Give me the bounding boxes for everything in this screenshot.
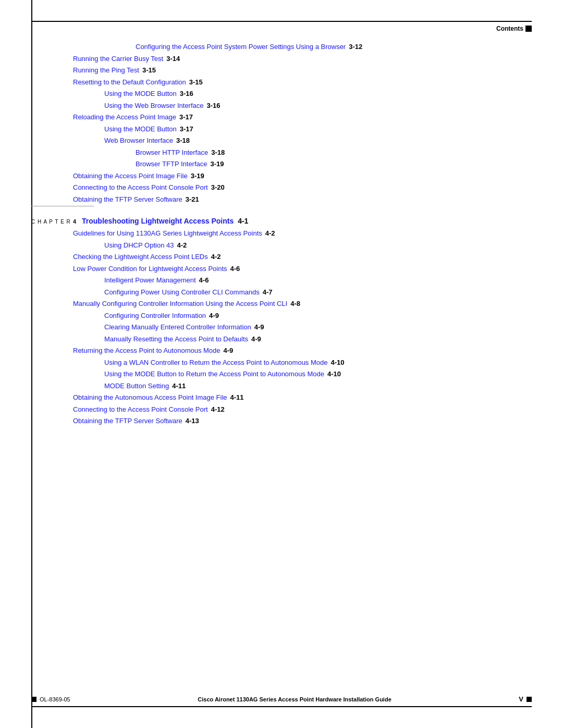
toc-link[interactable]: Resetting to the Default Configuration [73, 77, 186, 88]
toc-top-entries: Configuring the Access Point System Powe… [31, 42, 532, 204]
toc-page: 4-11 [172, 381, 186, 391]
footer-left: OL-8369-05 [31, 696, 70, 702]
toc-page: 4-10 [327, 369, 341, 379]
toc-link[interactable]: Guidelines for Using 1130AG Series Light… [73, 228, 262, 239]
toc-page: 3-17 [179, 112, 193, 122]
chapter-title-link[interactable]: Troubleshooting Lightweight Access Point… [82, 217, 234, 225]
toc-entry: Intelligent Power Management4-6 [104, 275, 532, 286]
toc-link[interactable]: Using the Web Browser Interface [104, 101, 204, 111]
toc-entry: Using the MODE Button3-17 [104, 124, 532, 134]
toc-page: 3-12 [349, 42, 362, 52]
toc-link[interactable]: Configuring Power Using Controller CLI C… [104, 287, 260, 298]
toc-page: 3-14 [166, 54, 180, 64]
toc-entry: Obtaining the TFTP Server Software3-21 [73, 194, 532, 205]
footer-right: V [519, 695, 532, 703]
toc-entry: Connecting to the Access Point Console P… [73, 404, 532, 415]
toc-page: 3-19 [211, 159, 224, 169]
toc-page: 3-15 [189, 77, 203, 88]
content-area: Configuring the Access Point System Powe… [31, 42, 532, 686]
toc-entry: Configuring Controller Information4-9 [104, 311, 532, 321]
toc-link[interactable]: Running the Ping Test [73, 65, 139, 76]
toc-link[interactable]: Obtaining the TFTP Server Software [73, 194, 182, 205]
toc-link[interactable]: Browser TFTP Interface [136, 159, 207, 169]
toc-link[interactable]: Obtaining the Access Point Image File [73, 171, 188, 181]
footer-bar: OL-8369-05 Cisco Aironet 1130AG Series A… [31, 695, 532, 707]
toc-entry: Using the MODE Button to Return the Acce… [104, 369, 532, 379]
toc-link[interactable]: Running the Carrier Busy Test [73, 54, 163, 64]
toc-page: 4-2 [265, 228, 275, 239]
toc-page: 3-19 [191, 171, 204, 181]
toc-link[interactable]: Web Browser Interface [104, 135, 173, 146]
toc-link[interactable]: Manually Configuring Controller Informat… [73, 299, 287, 309]
toc-link[interactable]: Using a WLAN Controller to Return the Ac… [104, 357, 328, 368]
toc-page: 3-16 [207, 101, 221, 111]
toc-link[interactable]: Using the MODE Button to Return the Acce… [104, 369, 324, 379]
toc-link[interactable]: MODE Button Setting [104, 381, 169, 391]
toc-link[interactable]: Using the MODE Button [104, 124, 177, 134]
toc-page: 4-11 [230, 392, 244, 403]
toc-link[interactable]: Connecting to the Access Point Console P… [73, 182, 208, 193]
toc-link[interactable]: Configuring the Access Point System Powe… [136, 42, 346, 52]
toc-entry: Connecting to the Access Point Console P… [73, 182, 532, 193]
header-black-square [525, 26, 532, 32]
toc-entry: Resetting to the Default Configuration3-… [73, 77, 532, 88]
chapter-title-wrap: Troubleshooting Lightweight Access Point… [82, 217, 248, 225]
toc-page: 4-6 [199, 275, 209, 286]
toc-link[interactable]: Clearing Manually Entered Controller Inf… [104, 322, 251, 332]
toc-page: 3-20 [211, 182, 225, 193]
toc-entry: Web Browser Interface3-18 [104, 135, 532, 146]
toc-entry: Configuring the Access Point System Powe… [136, 42, 532, 52]
toc-link[interactable]: Checking the Lightweight Access Point LE… [73, 252, 208, 262]
chapter4-heading: c h a p t e r 4Troubleshooting Lightweig… [31, 217, 532, 225]
chapter4-section: c h a p t e r 4Troubleshooting Lightweig… [31, 206, 532, 426]
header-contents-label: Contents [496, 25, 523, 32]
toc-entry: Low Power Condition for Lightweight Acce… [73, 264, 532, 274]
toc-link[interactable]: Obtaining the Autonomous Access Point Im… [73, 392, 227, 403]
toc-link[interactable]: Browser HTTP Interface [136, 147, 208, 158]
toc-entry: Manually Configuring Controller Informat… [73, 299, 532, 309]
toc-page: 4-7 [263, 287, 273, 298]
toc-entry: Returning the Access Point to Autonomous… [73, 346, 532, 356]
toc-link[interactable]: Manually Resetting the Access Point to D… [104, 334, 248, 344]
toc-page: 4-9 [209, 311, 219, 321]
toc-entry: Reloading the Access Point Image3-17 [73, 112, 532, 122]
footer-left-square [31, 697, 36, 702]
toc-page: 3-16 [180, 89, 193, 99]
toc-page: 3-15 [142, 65, 156, 76]
toc-page: 4-2 [177, 240, 187, 251]
footer-right-square [527, 697, 532, 702]
toc-page: 4-10 [331, 357, 345, 368]
toc-link[interactable]: Obtaining the TFTP Server Software [73, 416, 182, 426]
toc-entry: Running the Ping Test3-15 [73, 65, 532, 76]
toc-entry: Running the Carrier Busy Test3-14 [73, 54, 532, 64]
toc-entry: Obtaining the Autonomous Access Point Im… [73, 392, 532, 403]
toc-entry: Obtaining the Access Point Image File3-1… [73, 171, 532, 181]
toc-page: 3-18 [211, 147, 225, 158]
toc-link[interactable]: Intelligent Power Management [104, 275, 196, 286]
toc-page: 3-17 [180, 124, 193, 134]
toc-entry: Browser TFTP Interface3-19 [136, 159, 532, 169]
toc-entry: MODE Button Setting4-11 [104, 381, 532, 391]
toc-page: 4-12 [211, 404, 225, 415]
toc-entry: Using a WLAN Controller to Return the Ac… [104, 357, 532, 368]
toc-entry: Guidelines for Using 1130AG Series Light… [73, 228, 532, 239]
footer-center: Cisco Aironet 1130AG Series Access Point… [198, 696, 391, 702]
toc-page: 4-2 [211, 252, 221, 262]
toc-page: 4-8 [290, 299, 300, 309]
toc-link[interactable]: Reloading the Access Point Image [73, 112, 176, 122]
chapter-label: c h a p t e r 4 [31, 218, 77, 225]
toc-link[interactable]: Returning the Access Point to Autonomous… [73, 346, 221, 356]
chapter-page: 4-1 [238, 217, 248, 225]
toc-page: 3-21 [186, 194, 199, 205]
chapter-separator [31, 206, 94, 206]
toc-page: 3-18 [176, 135, 190, 146]
toc-page: 4-13 [186, 416, 199, 426]
toc-link[interactable]: Configuring Controller Information [104, 311, 206, 321]
toc-link[interactable]: Using the MODE Button [104, 89, 177, 99]
toc-link[interactable]: Connecting to the Access Point Console P… [73, 404, 208, 415]
header-bar: Contents [31, 21, 532, 32]
toc-page: 4-9 [224, 346, 234, 356]
toc-entry: Checking the Lightweight Access Point LE… [73, 252, 532, 262]
toc-link[interactable]: Using DHCP Option 43 [104, 240, 174, 251]
toc-link[interactable]: Low Power Condition for Lightweight Acce… [73, 264, 227, 274]
